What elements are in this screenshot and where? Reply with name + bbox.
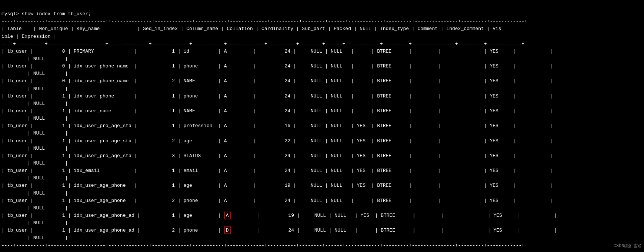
row-1b: | NULL |	[1, 71, 68, 76]
row-0b: | NULL |	[1, 56, 68, 62]
row-3b: | NULL |	[1, 101, 68, 106]
row-2b: | NULL |	[1, 86, 68, 92]
row-1a: | tb_user | 0 | idx_user_phone_name | 1 …	[1, 63, 553, 69]
row-3a: | tb_user | 1 | idx_user_phone | 1 | pho…	[1, 93, 553, 99]
separator-mid: ----+----------+--------------------+---…	[1, 41, 524, 47]
watermark: CSDN@怪 胎@	[614, 243, 641, 249]
row-12b: | NULL |	[1, 235, 68, 241]
header-row2: ible | Expression |	[1, 34, 56, 39]
row-4b: | NULL |	[1, 116, 68, 121]
row-2a: | tb_user | 0 | idx_user_phone_name | 2 …	[1, 78, 553, 84]
separator-bottom: ----+----------+--------------------+---…	[1, 243, 524, 248]
row-10a: | tb_user | 1 | idx_user_age_phone | 2 |…	[1, 198, 553, 203]
header-row: | Table | Non_unique | Key_name | Seq_in…	[1, 26, 501, 32]
row-7a: | tb_user | 1 | idx_user_pro_age_sta | 3…	[1, 153, 553, 159]
row-8b: | NULL |	[1, 175, 68, 181]
highlight-A: A	[224, 212, 231, 219]
command-line: mysql> show index from tb_user;	[1, 11, 91, 17]
terminal-output: mysql> show index from tb_user; ----+---…	[0, 0, 644, 252]
row-10b: | NULL |	[1, 205, 68, 211]
highlight-D: D	[224, 226, 231, 234]
row-11b: | NULL |	[1, 220, 68, 226]
separator-top: ----+----------+--------------------++--…	[1, 19, 527, 24]
row-12a: | tb_user | 1 | idx_user_age_phone_ad | …	[1, 226, 557, 234]
row-6a: | tb_user | 1 | idx_user_pro_age_sta | 2…	[1, 138, 553, 144]
row-4a: | tb_user | 1 | idx_user_name | 1 | NAME…	[1, 108, 553, 114]
row-9b: | NULL |	[1, 190, 68, 196]
row-5a: | tb_user | 1 | idx_user_pro_age_sta | 1…	[1, 123, 553, 129]
row-5b: | NULL |	[1, 130, 68, 136]
row-8a: | tb_user | 1 | idx_email | 1 | email | …	[1, 168, 553, 173]
row-7b: | NULL |	[1, 160, 68, 166]
row-0a: | tb_user | 0 | PRIMARY | 1 | id | A | 2…	[1, 49, 553, 54]
row-11a: | tb_user | 1 | idx_user_age_phone_ad | …	[1, 212, 557, 219]
row-6b: | NULL |	[1, 146, 68, 151]
row-9a: | tb_user | 1 | idx_user_age_phone | 1 |…	[1, 183, 553, 188]
